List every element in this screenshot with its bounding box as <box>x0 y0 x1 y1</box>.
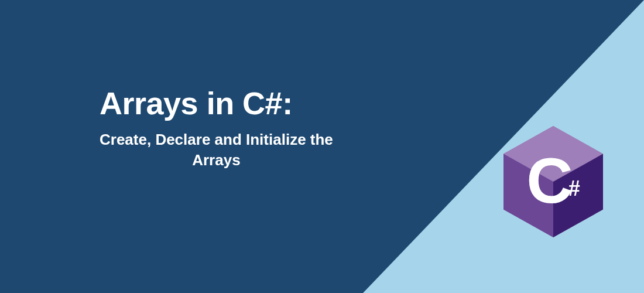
logo-letter-c: C <box>526 148 573 213</box>
banner-container: Arrays in C#: Create, Declare and Initia… <box>0 0 644 293</box>
text-content: Arrays in C#: Create, Declare and Initia… <box>100 85 333 171</box>
hexagon-shape: C # <box>503 126 603 237</box>
subtitle-line-1: Create, Declare and Initialize the <box>100 131 333 148</box>
csharp-logo: C # <box>503 126 603 237</box>
subtitle-line-2: Arrays <box>192 151 240 169</box>
banner-subtitle: Create, Declare and Initialize the Array… <box>100 130 333 171</box>
banner-title: Arrays in C#: <box>100 85 333 121</box>
logo-hash-symbol: # <box>568 176 580 201</box>
logo-text-wrapper: C # <box>526 148 580 213</box>
